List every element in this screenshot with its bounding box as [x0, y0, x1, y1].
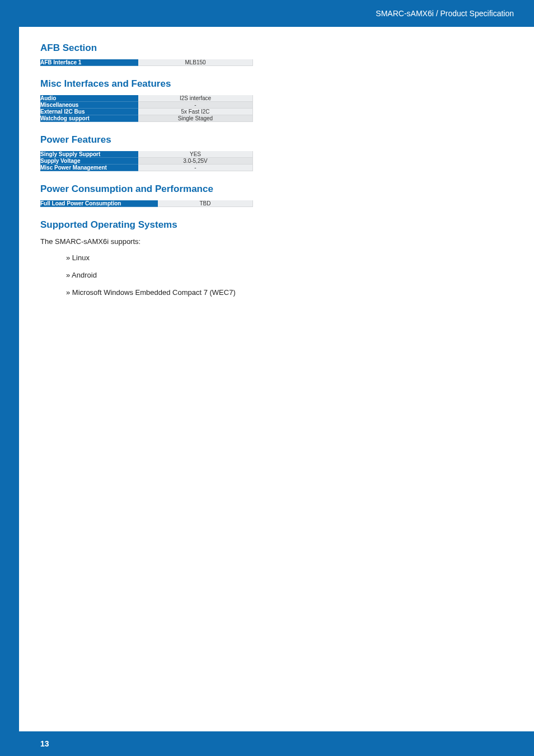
os-intro: The SMARC-sAMX6i supports: [40, 237, 512, 246]
table-row: AFB Interface 1 MLB150 [40, 59, 253, 66]
table-afb: AFB Interface 1 MLB150 [40, 59, 253, 66]
table-row: Miscellaneous - [40, 102, 253, 109]
row-label: Audio [40, 95, 138, 102]
header-bar: SMARC-sAMX6i / Product Specification [0, 0, 534, 27]
row-value: MLB150 [138, 59, 253, 66]
content: AFB Section AFB Interface 1 MLB150 Misc … [0, 27, 534, 297]
row-label: External I2C Bus [40, 109, 138, 115]
table-row: External I2C Bus 5x Fast I2C [40, 109, 253, 115]
footer-bar: 13 [0, 731, 534, 756]
row-label: Watchdog support [40, 115, 138, 122]
row-value: 3.0-5,25V [138, 158, 253, 165]
os-bullets: » Linux » Android » Microsoft Windows Em… [66, 253, 512, 297]
row-value: - [138, 102, 253, 109]
row-value: - [138, 165, 253, 171]
table-row: Watchdog support Single Staged [40, 115, 253, 122]
row-label: Supply Voltage [40, 158, 138, 165]
row-label: Full Load Power Consumption [40, 200, 158, 207]
row-label: AFB Interface 1 [40, 59, 138, 66]
row-value: YES [138, 151, 253, 158]
row-value: 5x Fast I2C [138, 109, 253, 115]
list-item: » Linux [66, 253, 512, 262]
table-row: Singly Supply Support YES [40, 151, 253, 158]
row-value: TBD [158, 200, 253, 207]
table-row: Misc Power Management - [40, 165, 253, 171]
heading-os: Supported Operating Systems [40, 219, 512, 231]
page-number: 13 [40, 739, 49, 748]
table-row: Full Load Power Consumption TBD [40, 200, 253, 207]
row-label: Miscellaneous [40, 102, 138, 109]
heading-misc: Misc Interfaces and Features [40, 78, 512, 90]
table-consumption: Full Load Power Consumption TBD [40, 200, 253, 207]
heading-power: Power Features [40, 134, 512, 145]
table-row: Audio I2S interface [40, 95, 253, 102]
table-power: Singly Supply Support YES Supply Voltage… [40, 151, 253, 171]
breadcrumb: SMARC-sAMX6i / Product Specification [376, 9, 514, 18]
row-label: Singly Supply Support [40, 151, 138, 158]
row-label: Misc Power Management [40, 165, 138, 171]
row-value: Single Staged [138, 115, 253, 122]
row-value: I2S interface [138, 95, 253, 102]
table-row: Supply Voltage 3.0-5,25V [40, 158, 253, 165]
list-item: » Android [66, 271, 512, 279]
list-item: » Microsoft Windows Embedded Compact 7 (… [66, 288, 512, 297]
heading-afb: AFB Section [40, 43, 512, 54]
heading-consumption: Power Consumption and Performance [40, 184, 512, 195]
table-misc: Audio I2S interface Miscellaneous - Exte… [40, 95, 253, 122]
